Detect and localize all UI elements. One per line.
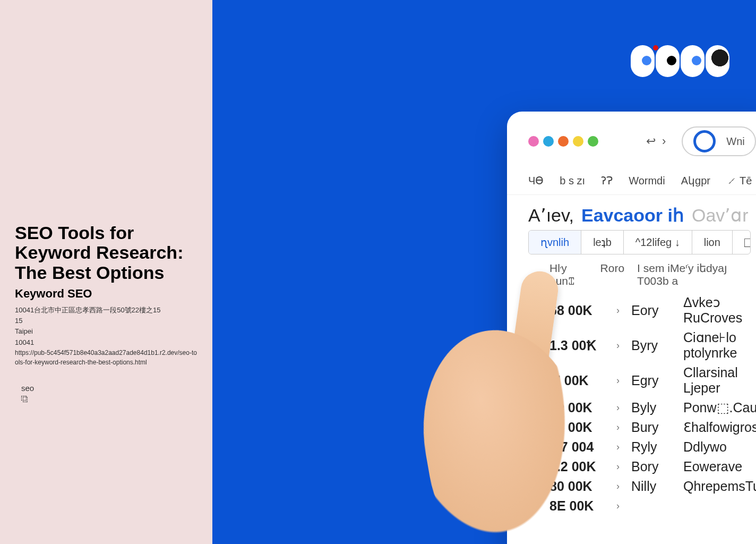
filter-bar: ɳvnlih leʇb ^12lifeg ↓ lion ⎕⟋ ⎕ TѴ ⎯⎯ E… — [528, 230, 751, 254]
nav-buttons: ↩ › — [646, 134, 666, 148]
tab-item[interactable]: Wormdi — [629, 175, 665, 187]
article-sidebar: SEO Tools for Keyword Research: The Best… — [0, 0, 212, 544]
list-item[interactable]: 1.3 00Ҟ›ByryCiɑne⊦lo ptolynrke — [549, 328, 751, 363]
list-item[interactable]: 82 00K›BuryƐhalfowigrosxn — [549, 418, 751, 437]
brand-logo — [631, 45, 729, 77]
tab-item[interactable]: ЧӨ — [528, 174, 544, 187]
address-line-1: 10041台北市中正區忠孝西路一段50號22樓之15 — [15, 305, 197, 316]
chevron-right-icon: › — [616, 500, 620, 512]
forward-icon[interactable]: › — [662, 134, 666, 148]
tab-item[interactable]: ʔɁ — [601, 174, 613, 187]
list-item[interactable]: 8E 00K› — [549, 496, 751, 516]
logo-glyph-4 — [706, 45, 729, 77]
traffic-dot[interactable] — [528, 136, 539, 147]
search-icon — [693, 130, 716, 152]
logo-glyph-2 — [656, 45, 680, 77]
chevron-right-icon: › — [616, 481, 620, 492]
chevron-right-icon: › — [616, 441, 620, 453]
address-postal: 10041 — [15, 337, 197, 348]
filter-item[interactable]: ^12lifeg ↓ — [624, 231, 692, 254]
heading-part-3: Oavʼɑr — [692, 205, 749, 226]
browser-window: ↩ › Wnind Sipolech Ovsanrowing ?mats ȯit… — [507, 112, 756, 544]
search-bar[interactable]: Wnind Sipolech Ovsanrowing ?mats ȯitl ·· — [682, 126, 756, 156]
search-text: Wnind Sipolech Ovsanrowing ?mats ȯitl ·· — [726, 135, 744, 148]
traffic-dot[interactable] — [543, 136, 554, 147]
col-1: Hŀy ounꞮ — [549, 262, 588, 287]
traffic-dot[interactable] — [558, 136, 569, 147]
keyword-rows: 68 00K›EoryΔvkeɔ RuCroves 1.3 00Ҟ›ByryCi… — [507, 293, 756, 516]
page-title: SEO Tools for Keyword Research: The Best… — [15, 223, 197, 283]
filter-item[interactable]: lion — [692, 231, 733, 254]
tag-seo: seo — [21, 384, 197, 393]
chevron-right-icon: › — [616, 375, 620, 386]
hero-stage: ↩ › Wnind Sipolech Ovsanrowing ?mats ȯit… — [212, 0, 756, 544]
chevron-right-icon: › — [616, 461, 620, 472]
logo-glyph-3 — [681, 45, 705, 77]
list-item[interactable]: 68 00K›EoryΔvkeɔ RuCroves — [549, 293, 751, 328]
list-item[interactable]: 80 00K›NillyQhrepemsTurare — [549, 477, 751, 496]
heading-part-1: Aʼıev, — [528, 205, 574, 226]
list-item[interactable]: 1.7 004›RylyDdlywo — [549, 437, 751, 457]
address-line-2: 15 — [15, 316, 197, 326]
category-tabs: ЧӨ b s zı ʔɁ Wormdi Aկgpr ⟋ Tē Tigeıv, n… — [507, 167, 756, 195]
page-subtitle: Keyword SEO — [15, 287, 197, 301]
traffic-dot[interactable] — [588, 136, 598, 147]
tab-item[interactable]: Aկgpr — [681, 174, 710, 187]
result-heading: Aʼıev, Eavcaoor iհ Oavʼɑr — [507, 195, 756, 230]
filter-item[interactable]: leʇb — [581, 231, 624, 254]
col-2: Roro — [600, 262, 625, 287]
traffic-lights — [528, 136, 598, 147]
heading-part-2: Eavcaoor iհ — [581, 205, 684, 226]
tab-item[interactable]: b s zı — [560, 175, 585, 187]
browser-titlebar: ↩ › Wnind Sipolech Ovsanrowing ?mats ȯit… — [507, 112, 756, 167]
chevron-right-icon: › — [616, 402, 620, 413]
filter-item[interactable]: ⎕⟋ — [733, 231, 751, 254]
traffic-dot[interactable] — [573, 136, 583, 147]
list-item[interactable]: 3.2 00K›BoryEowerave — [549, 457, 751, 477]
list-item[interactable]: 80 00K›BylyPonw⬚.Caurapednth — [549, 398, 751, 418]
filter-selected[interactable]: ɳvnlih — [529, 231, 581, 254]
address-city: Taipei — [15, 326, 197, 337]
tab-item[interactable]: ⟋ Tē — [726, 175, 752, 187]
chevron-right-icon: › — [616, 422, 620, 433]
back-icon[interactable]: ↩ — [646, 134, 656, 148]
columns-header: Hŀy ounꞮ Roro I sem iMeʳy iեdyaյ T003b a — [507, 254, 756, 293]
page-url: https://pub-5c454f571b8e40a3a2aad27ade84… — [15, 348, 197, 368]
expand-icon[interactable]: ⿻ — [21, 395, 197, 403]
logo-glyph-1 — [631, 45, 655, 77]
col-3: I sem iMeʳy iեdyaյ T003b a — [637, 262, 751, 287]
chevron-right-icon: › — [616, 305, 620, 316]
list-item[interactable]: 8I 00K›EgryCllarsinal Ljeper — [549, 363, 751, 398]
chevron-right-icon: › — [616, 340, 620, 351]
